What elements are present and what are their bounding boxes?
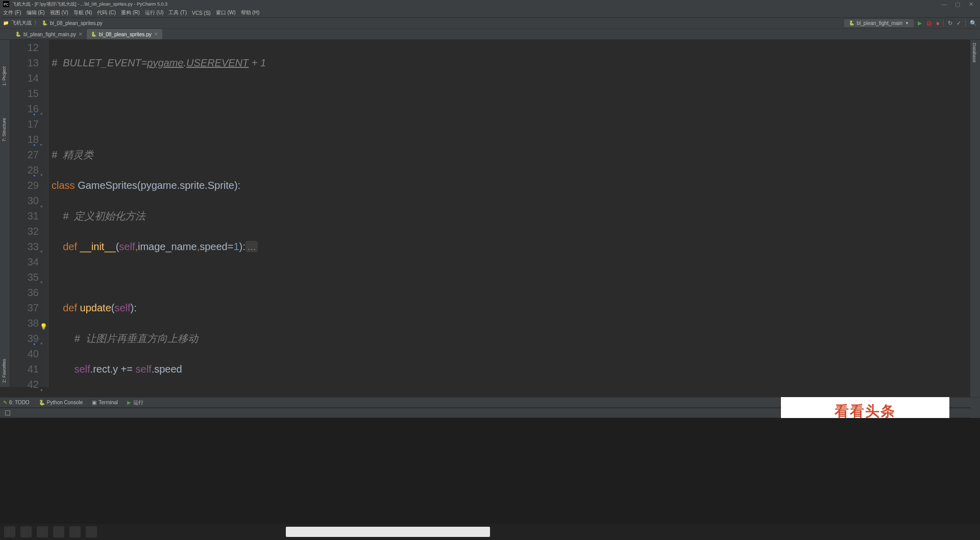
taskbar-app-icon[interactable] <box>4 526 15 537</box>
tool-window-python-console[interactable]: 🐍Python Console <box>39 400 83 405</box>
menu-refactor[interactable]: 重构 (R) <box>121 9 140 16</box>
editor-area: 1: Project 7: Structure 2: Favorites 12 … <box>0 40 980 387</box>
minimize-button[interactable]: ― <box>941 1 947 7</box>
line-number: 32 <box>10 224 39 239</box>
line-number: 13 <box>10 55 39 70</box>
line-number: 16●▾ <box>10 101 39 116</box>
maximize-button[interactable]: ▢ <box>954 1 961 7</box>
line-number: 30▴ <box>10 193 39 208</box>
editor-tabs: 🐍 bl_plean_fight_main.py ✕ 🐍 bl_08_plean… <box>0 29 980 40</box>
breadcrumb-file[interactable]: bl_08_plean_sprites.py <box>50 20 103 26</box>
gutter[interactable]: 12 13 14 15 16●▾ 17 18●▸ 27 28●▾ 29 30▴ … <box>10 40 48 387</box>
commit-icon[interactable]: ✓ <box>957 20 961 27</box>
left-tool-stripe: 1: Project 7: Structure 2: Favorites <box>0 40 10 387</box>
line-number: 12 <box>10 40 39 55</box>
taskbar-app-icon[interactable] <box>20 526 32 537</box>
python-file-icon: 🐍 <box>15 32 21 37</box>
line-number: 29 <box>10 178 39 193</box>
stop-button-icon[interactable]: ■ <box>936 20 939 26</box>
tool-window-structure[interactable]: 7: Structure <box>2 118 7 142</box>
folder-icon: 📁 <box>3 20 9 26</box>
title-bar: PC 飞机大战 - [F:\py项目\飞机大战] - ...\bl_08_ple… <box>0 0 980 8</box>
code-editor[interactable]: 12 13 14 15 16●▾ 17 18●▸ 27 28●▾ 29 30▴ … <box>10 40 980 387</box>
os-taskbar[interactable] <box>0 524 980 540</box>
menu-navigate[interactable]: 导航 (N) <box>74 9 92 16</box>
menu-edit[interactable]: 编辑 (E) <box>27 9 45 16</box>
close-button[interactable]: ✕ <box>968 1 974 7</box>
toolbar-separator <box>943 19 944 27</box>
line-number: 28●▾ <box>10 162 39 178</box>
menu-help[interactable]: 帮助 (H) <box>241 9 260 16</box>
menu-vcs[interactable]: VCS (S) <box>192 10 211 16</box>
breadcrumb[interactable]: 📁 飞机大战 〉 🐍 bl_08_plean_sprites.py <box>3 19 103 27</box>
toolbar-separator <box>965 19 966 27</box>
line-number: 33▾ <box>10 239 39 254</box>
line-number: 39●▾ <box>10 331 39 346</box>
line-number: 40 <box>10 346 39 361</box>
tab-label: bl_plean_fight_main.py <box>23 32 76 37</box>
menu-window[interactable]: 窗口 (W) <box>216 9 236 16</box>
fold-toggle-icon[interactable]: ▴ <box>38 382 45 397</box>
run-icon: ▶ <box>127 400 131 405</box>
line-number: 41 <box>10 361 39 377</box>
fold-toggle-icon[interactable]: ▾ <box>38 275 45 290</box>
tab-close-icon[interactable]: ✕ <box>79 32 83 37</box>
tool-window-favorites[interactable]: 2: Favorites <box>2 359 7 383</box>
tool-window-terminal[interactable]: ▣Terminal <box>92 400 118 405</box>
line-number: 38💡 <box>10 315 39 331</box>
chevron-down-icon: ▼ <box>905 21 909 26</box>
line-number: 35▾ <box>10 269 39 285</box>
terminal-icon: ▣ <box>92 400 96 405</box>
menu-bar: 文件 (F) 编辑 (E) 视图 (V) 导航 (N) 代码 (C) 重构 (R… <box>0 8 980 18</box>
fold-toggle-icon[interactable]: ▾ <box>38 244 45 259</box>
taskbar-app-icon[interactable] <box>37 526 48 537</box>
tool-window-todo[interactable]: ✎6: TODO <box>3 400 30 405</box>
run-config-selector[interactable]: 🐍 bl_plean_fight_main ▼ <box>844 19 914 27</box>
run-config-label: bl_plean_fight_main <box>857 20 903 26</box>
taskbar-search[interactable] <box>286 527 490 537</box>
line-number: 27 <box>10 147 39 162</box>
line-number: 17 <box>10 116 39 132</box>
line-number: 15 <box>10 86 39 101</box>
line-number: 42▴ <box>10 377 39 392</box>
line-number: 37 <box>10 300 39 315</box>
tool-window-project[interactable]: 1: Project <box>2 66 7 86</box>
menu-run[interactable]: 运行 (U) <box>145 9 164 16</box>
folded-region[interactable]: ... <box>246 241 258 252</box>
breadcrumb-sep: 〉 <box>34 19 39 27</box>
python-file-icon: 🐍 <box>42 20 47 26</box>
status-indicator-icon[interactable] <box>5 410 10 415</box>
tab-file-main[interactable]: 🐍 bl_plean_fight_main.py ✕ <box>11 29 87 39</box>
code-content[interactable]: # BULLET_EVENT=pygame.USEREVENT + 1 # 精灵… <box>48 40 975 387</box>
taskbar-app-icon[interactable] <box>86 526 97 537</box>
fold-toggle-icon[interactable]: ▾ <box>38 106 45 121</box>
breadcrumb-project[interactable]: 飞机大战 <box>11 19 32 27</box>
fold-toggle-icon[interactable]: ▸ <box>38 137 45 152</box>
run-button-icon[interactable]: ▶ <box>918 20 922 27</box>
menu-tools[interactable]: 工具 (T) <box>168 9 187 16</box>
taskbar-app-icon[interactable] <box>69 526 81 537</box>
menu-code[interactable]: 代码 (C) <box>97 9 116 16</box>
app-icon: PC <box>3 1 9 7</box>
desktop-area <box>0 418 980 540</box>
python-file-icon: 🐍 <box>849 20 854 26</box>
window-title: 飞机大战 - [F:\py项目\飞机大战] - ...\bl_08_plean_… <box>12 1 167 8</box>
tool-window-database[interactable]: Database <box>972 43 977 63</box>
line-number: 31 <box>10 208 39 224</box>
fold-toggle-icon[interactable]: ▾ <box>38 336 45 351</box>
search-everywhere-icon[interactable]: 🔍 <box>970 20 977 27</box>
tab-file-sprites[interactable]: 🐍 bl_08_plean_sprites.py ✕ <box>87 29 162 39</box>
menu-file[interactable]: 文件 (F) <box>3 9 21 16</box>
line-number: 14 <box>10 70 39 86</box>
line-number: 36 <box>10 285 39 300</box>
tool-window-run[interactable]: ▶运行 <box>127 399 143 406</box>
update-project-icon[interactable]: ↻ <box>948 20 952 27</box>
taskbar-app-icon[interactable] <box>53 526 64 537</box>
intention-bulb-icon[interactable]: 💡 <box>40 319 47 334</box>
navigation-toolbar: 📁 飞机大战 〉 🐍 bl_08_plean_sprites.py 🐍 bl_p… <box>0 18 980 29</box>
tab-close-icon[interactable]: ✕ <box>154 32 158 37</box>
fold-toggle-icon[interactable]: ▾ <box>38 167 45 183</box>
fold-toggle-icon[interactable]: ▴ <box>38 198 45 213</box>
menu-view[interactable]: 视图 (V) <box>50 9 68 16</box>
debug-button-icon[interactable]: 🐞 <box>926 20 932 26</box>
